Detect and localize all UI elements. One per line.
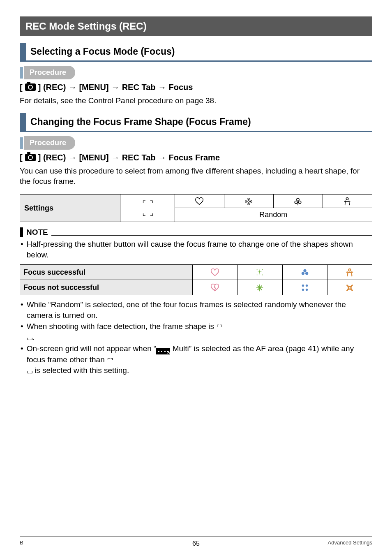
menu-path-focus: [ ] (REC) → [MENU] → REC Tab → Focus — [20, 82, 372, 93]
clover-icon — [300, 268, 309, 277]
flower-success-cell — [238, 264, 282, 280]
bullet-face-detection: When shooting with face detection, the f… — [20, 321, 372, 342]
bullet-text-post: is selected with this setting. — [32, 366, 129, 375]
person-x-icon — [345, 283, 354, 292]
svg-point-10 — [257, 269, 258, 270]
note-item: Half-pressing the shutter button will ca… — [20, 239, 372, 260]
svg-point-25 — [305, 289, 308, 291]
settings-bracket-cell: ⌜ ⌝⌞ ⌟ — [120, 194, 175, 222]
procedure-pill: Procedure — [24, 66, 75, 79]
person-outline-icon — [343, 197, 352, 206]
settings-flower-cell — [224, 194, 273, 208]
person-success-cell — [327, 264, 372, 280]
heart-broken-icon — [210, 283, 219, 292]
path-menu: [MENU] — [79, 82, 108, 93]
heading-text: Selecting a Focus Mode (Focus) — [30, 43, 175, 60]
bullet-text: On-screen grid will not appear when “ — [27, 344, 157, 353]
section-heading-focus-frame: Changing the Focus Frame Shape (Focus Fr… — [20, 113, 372, 132]
clover-fail-cell — [282, 280, 327, 295]
heart-fail-cell — [193, 280, 238, 295]
note-list: Half-pressing the shutter button will ca… — [20, 239, 372, 260]
focus-brackets-icon: ⌜ ⌝⌞ ⌟ — [142, 199, 153, 217]
page-title: REC Mode Settings (REC) — [20, 16, 372, 36]
heart-outline-icon — [195, 197, 204, 206]
settings-heart-cell — [175, 194, 224, 208]
flower-outline-icon — [244, 197, 253, 206]
table-row: Focus successful — [20, 264, 372, 280]
person-icon — [345, 268, 354, 277]
clover-outline-icon — [293, 197, 302, 206]
section-heading-focus-mode: Selecting a Focus Mode (Focus) — [20, 43, 372, 62]
note-rule — [51, 235, 372, 236]
svg-point-22 — [302, 285, 304, 287]
svg-point-4 — [251, 201, 252, 202]
heart-icon — [210, 268, 219, 277]
note-item-text: Half-pressing the shutter button will ca… — [27, 239, 372, 260]
menu-path-focus-frame: [ ] (REC) → [MENU] → REC Tab → Focus Fra… — [20, 152, 372, 163]
section2-body: You can use this procedure to select fro… — [20, 166, 372, 187]
arrow-icon: → — [158, 152, 166, 163]
camera-icon — [25, 154, 36, 161]
path-rec: ] (REC) — [38, 82, 66, 93]
svg-point-23 — [305, 285, 308, 287]
focus-successful-label: Focus successful — [20, 264, 193, 280]
flower-fail-cell — [238, 280, 282, 295]
heading-text: Changing the Focus Frame Shape (Focus Fr… — [30, 113, 251, 131]
bullet-text-post: . — [32, 333, 35, 341]
path-focusframe: Focus Frame — [169, 152, 220, 163]
table-row: Focus not successful — [20, 280, 372, 295]
path-rectab: REC Tab — [122, 152, 156, 163]
svg-point-6 — [295, 201, 297, 204]
svg-point-17 — [348, 269, 351, 271]
path-rectab: REC Tab — [122, 82, 156, 93]
svg-point-3 — [245, 201, 247, 202]
svg-point-1 — [248, 198, 249, 200]
arrow-icon: → — [111, 82, 120, 93]
path-focus: Focus — [169, 82, 193, 93]
person-fail-cell — [327, 280, 372, 295]
settings-person-cell — [323, 194, 372, 208]
heading-accent — [20, 113, 26, 131]
procedure-tick — [20, 67, 23, 79]
procedure-tick — [20, 137, 23, 149]
path-rec: ] (REC) — [38, 152, 66, 163]
section1-body: For details, see the Control Panel proce… — [20, 95, 372, 106]
page-footer: B 65 Advanced Settings — [20, 536, 372, 546]
arrow-icon: → — [111, 152, 120, 163]
settings-table: Settings ⌜ ⌝⌞ ⌟ Random — [20, 194, 372, 222]
bracket-open: [ — [20, 82, 23, 93]
clover-scatter-icon — [300, 283, 309, 292]
svg-point-16 — [305, 272, 308, 275]
arrow-icon: → — [68, 152, 76, 163]
focus-result-table: Focus successful Focus not successful — [20, 264, 372, 296]
note-header: NOTE — [20, 227, 372, 238]
heading-accent — [20, 43, 26, 60]
bullet-grid-multi: On-screen grid will not appear when “AF … — [20, 343, 372, 376]
procedure-pill: Procedure — [24, 136, 75, 149]
bracket-open: [ — [20, 152, 23, 163]
svg-point-7 — [299, 201, 301, 204]
bullet-text: When shooting with face detection, the f… — [27, 322, 217, 331]
svg-point-0 — [248, 201, 249, 202]
procedure-label-row: Procedure — [20, 66, 372, 79]
arrow-icon: → — [68, 82, 76, 93]
arrow-icon: → — [158, 82, 166, 93]
note-label: NOTE — [26, 227, 48, 238]
path-menu: [MENU] — [79, 152, 108, 163]
svg-point-9 — [346, 198, 349, 200]
flower-sparkle-icon — [255, 268, 264, 277]
note-tick — [20, 227, 23, 237]
settings-label-cell: Settings — [20, 194, 120, 222]
camera-icon — [25, 83, 36, 91]
bullet-text: While “Random” is selected, one of the f… — [27, 299, 372, 320]
heart-success-cell — [193, 264, 238, 280]
multi-af-icon: AF — [156, 348, 170, 354]
flower-small-icon — [255, 283, 264, 292]
svg-point-12 — [257, 274, 258, 275]
settings-clover-cell — [273, 194, 323, 208]
procedure-label-row: Procedure — [20, 136, 372, 149]
clover-success-cell — [282, 264, 327, 280]
svg-point-13 — [262, 274, 263, 275]
focus-not-successful-label: Focus not successful — [20, 280, 193, 295]
svg-point-2 — [248, 204, 249, 205]
